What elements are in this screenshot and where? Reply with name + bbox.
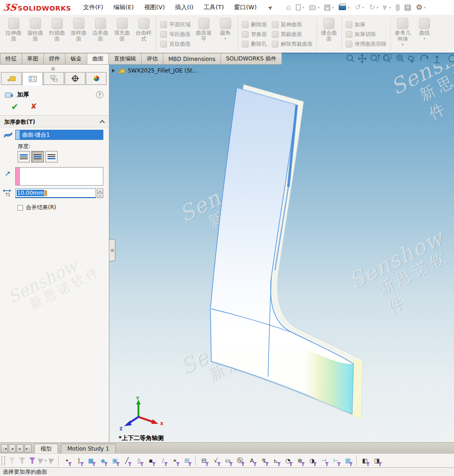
motion-study-tab[interactable]: Motion Study 1 <box>61 444 116 453</box>
previous-tab-button[interactable] <box>9 444 16 452</box>
display-style-icon[interactable] <box>449 55 454 62</box>
filter-edges-icon[interactable]: | <box>73 455 84 466</box>
toolbar-drag-handle[interactable] <box>1 456 5 465</box>
last-tab-button[interactable] <box>24 444 31 452</box>
selected-surface-item[interactable]: 曲面-缝合1 <box>20 130 103 139</box>
thicken-both-sides-toggle[interactable] <box>31 151 44 163</box>
panel-collapse-handle[interactable] <box>109 239 115 261</box>
offset-surface-button[interactable]: 等距曲面 <box>158 30 193 39</box>
filter-planes-icon[interactable]: ▯ <box>133 455 144 466</box>
menu-tools[interactable]: 工具(T) <box>203 3 224 12</box>
filter-weld-symbols-icon[interactable]: ◔ <box>282 455 293 466</box>
untrim-surface-button[interactable]: 解除剪裁曲面 <box>269 40 315 48</box>
freeform-button[interactable]: 自由样式 <box>133 17 155 52</box>
ruled-surface-button[interactable]: 直纹曲面 <box>158 40 193 48</box>
tab-sheet-metal[interactable]: 钣金 <box>65 53 87 65</box>
undo-icon[interactable]: ↺ <box>353 3 365 12</box>
tree-expand-icon[interactable] <box>112 69 115 72</box>
next-tab-button[interactable] <box>17 444 24 452</box>
filter-sketch-points-icon[interactable]: ▪ <box>145 455 156 466</box>
filter-dowel-pins-icon[interactable]: ◧ <box>359 455 370 466</box>
filter-section-lines-icon[interactable]: ◑ <box>306 455 317 466</box>
revolved-surface-button[interactable]: 旋转曲面 <box>24 17 46 52</box>
filter-centerlines-icon[interactable]: ⊢ <box>330 455 341 466</box>
first-tab-button[interactable] <box>1 444 8 452</box>
delete-face-button[interactable]: 删除面 <box>239 20 269 29</box>
menu-edit[interactable]: 编辑(E) <box>114 3 134 12</box>
curves-dropdown-icon[interactable]: ▾ <box>424 36 425 41</box>
thicken-side2-toggle[interactable] <box>45 151 58 163</box>
reference-geometry-dropdown-icon[interactable]: ▾ <box>402 42 404 47</box>
merge-result-checkbox[interactable] <box>18 205 23 211</box>
zoom-area-icon[interactable] <box>383 54 391 62</box>
filter-geometric-tolerances-icon[interactable]: ▭ <box>222 455 233 466</box>
normal-to-icon[interactable] <box>434 56 440 63</box>
filter-balloons-icon[interactable]: Ⓝ <box>234 455 245 466</box>
filter-center-marks-icon[interactable]: ⊣ <box>318 455 329 466</box>
filter-notes-icon[interactable]: A <box>246 455 257 466</box>
trim-surface-button[interactable]: 剪裁曲面 <box>269 30 315 39</box>
tab-evaluate[interactable]: 评估 <box>141 53 163 65</box>
ok-button[interactable]: ✔ <box>11 102 18 112</box>
thicken-button[interactable]: 加厚 <box>343 20 389 29</box>
direction-reference-box[interactable] <box>15 167 103 186</box>
cut-with-surface-button[interactable]: 使用曲面切除 <box>343 40 389 48</box>
zoom-in-out-icon[interactable] <box>371 55 380 62</box>
curves-button[interactable]: 曲线▾ <box>414 17 436 52</box>
delete-hole-button[interactable]: 删除孔 <box>239 40 269 48</box>
magnified-selection-icon[interactable] <box>48 458 55 464</box>
lofted-surface-button[interactable]: 放样曲面 <box>68 17 90 52</box>
new-document-icon[interactable] <box>294 3 305 12</box>
filter-datums-icon[interactable]: ⊾ <box>270 455 281 466</box>
boundary-surface-button[interactable]: 边界曲面 <box>90 17 111 52</box>
swept-surface-button[interactable]: 扫描曲面 <box>46 17 68 52</box>
filter-dimensions-icon[interactable]: ⊟ <box>198 455 209 466</box>
thickened-cut-button[interactable]: 加厚切除 <box>343 30 389 39</box>
zoom-to-fit-icon[interactable] <box>347 55 354 62</box>
redo-icon[interactable]: ↻ <box>368 3 380 12</box>
print-icon[interactable] <box>337 4 351 11</box>
tab-sketch[interactable]: 草图 <box>22 53 43 65</box>
filter-vertices-icon[interactable]: • <box>61 455 72 466</box>
tab-features[interactable]: 特征 <box>0 53 22 65</box>
thicken-parameters-header[interactable]: 加厚参数(T) <box>0 117 109 127</box>
zoom-selection-icon[interactable] <box>397 55 404 62</box>
menu-view[interactable]: 视图(V) <box>144 3 165 12</box>
filter-surface-bodies-icon[interactable]: ◆ <box>97 455 108 466</box>
surface-model[interactable] <box>109 65 454 442</box>
spinner-up-button[interactable]: ▴ <box>97 188 103 193</box>
menu-window[interactable]: 窗口(W) <box>234 3 257 12</box>
planar-surface-button[interactable]: 平面区域 <box>158 20 193 29</box>
tab-weldments[interactable]: 焊件 <box>43 53 65 65</box>
tab-mbd-dimensions[interactable]: MBD Dimensions <box>163 53 221 65</box>
cancel-button[interactable]: ✘ <box>30 102 37 112</box>
open-document-icon[interactable] <box>308 4 321 11</box>
property-manager-tab[interactable] <box>22 72 43 86</box>
surface-selection-listbox[interactable]: 曲面-缝合1 <box>15 130 103 140</box>
filter-sketch-segments-icon[interactable]: ∕ <box>157 455 168 466</box>
filter-solid-bodies-icon[interactable]: ▣ <box>109 455 120 466</box>
dimxpert-manager-tab[interactable] <box>65 72 85 85</box>
menu-insert[interactable]: 插入(I) <box>175 3 193 12</box>
reference-geometry-button[interactable]: 参考几何体▾ <box>392 17 414 52</box>
fillet-dropdown-icon[interactable]: ▾ <box>224 36 226 41</box>
help-icon[interactable]: ? <box>96 91 103 98</box>
display-manager-tab[interactable] <box>86 72 107 85</box>
filter-blocks-icon[interactable]: ▦ <box>342 455 353 466</box>
filter-axes-icon[interactable]: ╱ <box>121 455 132 466</box>
select-tool-icon[interactable]: ▾ <box>38 458 48 464</box>
filter-connection-points-icon[interactable]: ◨ <box>371 455 382 466</box>
select-cursor-icon[interactable] <box>382 4 392 11</box>
feature-manager-tab[interactable] <box>1 72 22 85</box>
knit-surface-button[interactable]: 缝合曲面 <box>318 17 340 52</box>
model-tab[interactable]: 模型 <box>34 444 58 453</box>
filter-origins-icon[interactable]: ⌖ <box>169 455 180 466</box>
panel-splitter-handle[interactable] <box>51 67 55 71</box>
filter-toggle-icon[interactable] <box>9 458 15 464</box>
view-orientation-light-icon[interactable] <box>408 56 415 63</box>
extruded-surface-button[interactable]: 拉伸曲面 <box>3 17 24 52</box>
filled-surface-button[interactable]: 填充曲面 <box>111 17 133 52</box>
tab-direct-editing[interactable]: 直接编辑 <box>108 53 141 65</box>
filter-datum-targets-icon[interactable]: ⊕ <box>294 455 305 466</box>
pan-icon[interactable] <box>358 54 366 63</box>
